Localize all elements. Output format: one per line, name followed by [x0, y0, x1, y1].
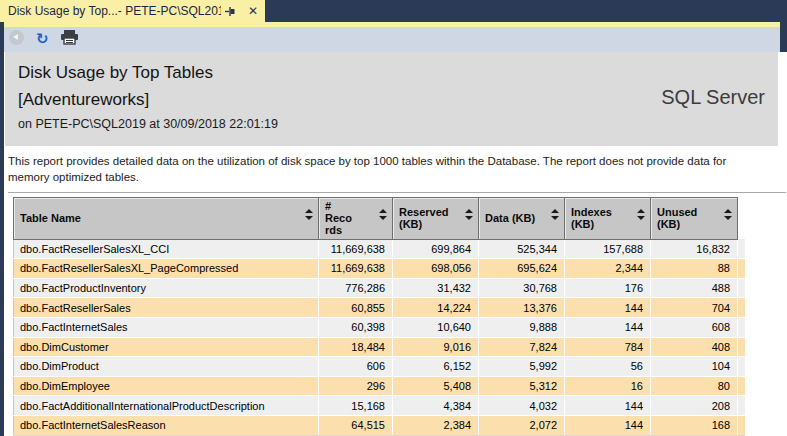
cell-data-kb: 2,072 — [479, 415, 565, 435]
cell-indexes-kb: 144 — [565, 317, 651, 337]
column-header-records[interactable]: # Records — [319, 197, 393, 239]
column-header-indexes-kb[interactable]: Indexes (KB) — [565, 197, 651, 239]
column-label: Unused (KB) — [657, 206, 733, 231]
cell-unused-kb: 408 — [651, 337, 738, 357]
cell-data-kb: 7,824 — [479, 337, 565, 357]
print-button[interactable] — [61, 30, 78, 49]
back-button[interactable] — [9, 30, 24, 49]
table-row: dbo.FactResellerSalesXL_PageCompressed11… — [14, 259, 745, 279]
column-label: Indexes (KB) — [571, 206, 646, 231]
back-arrow-icon — [9, 30, 24, 45]
cell-reserved-kb: 31,432 — [393, 278, 479, 298]
disk-usage-table: Table Name# RecordsReserved (KB)Data (KB… — [13, 197, 745, 436]
cell-indexes-kb: 144 — [565, 396, 651, 416]
refresh-icon: ↻ — [36, 30, 49, 48]
cell-records: 11,669,638 — [319, 239, 393, 259]
sort-arrows-icon[interactable] — [379, 209, 387, 220]
cell-records: 60,855 — [319, 298, 393, 318]
cell-unused-kb: 168 — [651, 415, 738, 435]
row-filler — [738, 298, 745, 318]
column-label: # Records — [325, 200, 367, 237]
cell-data-kb: 5,992 — [479, 357, 565, 377]
column-label: Data (KB) — [485, 212, 547, 224]
cell-reserved-kb: 2,384 — [393, 415, 479, 435]
cell-records: 296 — [319, 376, 393, 396]
separator-line — [8, 192, 786, 193]
cell-unused-kb: 16,832 — [651, 239, 738, 259]
cell-reserved-kb: 6,152 — [393, 357, 479, 377]
cell-unused-kb: 208 — [651, 396, 738, 416]
row-filler — [738, 259, 745, 279]
row-filler — [738, 376, 745, 396]
cell-reserved-kb: 10,640 — [393, 317, 479, 337]
close-icon[interactable]: ✕ — [248, 4, 258, 18]
cell-reserved-kb: 699,864 — [393, 239, 479, 259]
sort-arrows-icon[interactable] — [724, 209, 732, 220]
cell-indexes-kb: 16 — [565, 376, 651, 396]
header-filler — [738, 197, 745, 239]
sort-arrows-icon[interactable] — [637, 209, 645, 220]
cell-indexes-kb: 176 — [565, 278, 651, 298]
column-header-reserved-kb[interactable]: Reserved (KB) — [393, 197, 479, 239]
cell-table-name: dbo.FactInternetSales — [14, 317, 319, 337]
row-filler — [738, 415, 745, 435]
document-tab-bar: Disk Usage by Top...- PETE-PC\SQL2019 ✕ — [0, 0, 787, 22]
cell-records: 776,286 — [319, 278, 393, 298]
cell-table-name: dbo.DimProduct — [14, 357, 319, 377]
cell-table-name: dbo.DimCustomer — [14, 337, 319, 357]
printer-icon — [61, 30, 78, 45]
cell-unused-kb: 608 — [651, 317, 738, 337]
cell-data-kb: 5,312 — [479, 376, 565, 396]
cell-unused-kb: 104 — [651, 357, 738, 377]
document-tab[interactable]: Disk Usage by Top...- PETE-PC\SQL2019 ✕ — [0, 0, 265, 22]
sort-arrows-icon[interactable] — [551, 209, 559, 220]
table-row: dbo.FactResellerSales60,85514,22413,3761… — [14, 298, 745, 318]
table-row: dbo.DimEmployee2965,4085,3121680 — [14, 376, 745, 396]
table-row: dbo.FactInternetSales60,39810,6409,88814… — [14, 317, 745, 337]
column-header-data-kb[interactable]: Data (KB) — [479, 197, 565, 239]
cell-table-name: dbo.FactInternetSalesReason — [14, 415, 319, 435]
table-body: dbo.FactResellerSalesXL_CCI11,669,638699… — [14, 239, 745, 435]
table-row: dbo.FactProductInventory776,28631,43230,… — [14, 278, 745, 298]
report-header-banner: Disk Usage by Top Tables [Adventureworks… — [5, 52, 778, 146]
sort-arrows-icon[interactable] — [305, 209, 313, 220]
pin-icon[interactable] — [225, 6, 236, 17]
row-filler — [738, 357, 745, 377]
cell-data-kb: 9,888 — [479, 317, 565, 337]
cell-table-name: dbo.FactResellerSalesXL_CCI — [14, 239, 319, 259]
cell-records: 11,669,638 — [319, 259, 393, 279]
cell-unused-kb: 80 — [651, 376, 738, 396]
cell-reserved-kb: 4,384 — [393, 396, 479, 416]
column-header-unused-kb[interactable]: Unused (KB) — [651, 197, 738, 239]
cell-indexes-kb: 144 — [565, 298, 651, 318]
ssms-report-window: Disk Usage by Top...- PETE-PC\SQL2019 ✕ … — [0, 0, 787, 436]
cell-indexes-kb: 784 — [565, 337, 651, 357]
cell-unused-kb: 488 — [651, 278, 738, 298]
cell-reserved-kb: 9,016 — [393, 337, 479, 357]
cell-indexes-kb: 56 — [565, 357, 651, 377]
row-filler — [738, 337, 745, 357]
column-header-table-name[interactable]: Table Name — [14, 197, 319, 239]
cell-reserved-kb: 14,224 — [393, 298, 479, 318]
report-title: Disk Usage by Top Tables — [18, 59, 778, 86]
table-row: dbo.FactInternetSalesReason64,5152,3842,… — [14, 415, 745, 435]
report-description: This report provides detailed data on th… — [8, 153, 760, 186]
sql-server-logo-text: SQL Server — [661, 86, 765, 109]
cell-records: 60,398 — [319, 317, 393, 337]
cell-table-name: dbo.FactAdditionalInternationalProductDe… — [14, 396, 319, 416]
cell-data-kb: 4,032 — [479, 396, 565, 416]
table-header: Table Name# RecordsReserved (KB)Data (KB… — [14, 197, 745, 239]
cell-records: 64,515 — [319, 415, 393, 435]
column-label: Table Name — [20, 212, 93, 224]
tab-title: Disk Usage by Top...- PETE-PC\SQL2019 — [8, 4, 221, 18]
sort-arrows-icon[interactable] — [465, 209, 473, 220]
report-subtitle: on PETE-PC\SQL2019 at 30/09/2018 22:01:1… — [18, 117, 778, 131]
row-filler — [738, 396, 745, 416]
window-right-border — [780, 22, 787, 52]
row-filler — [738, 239, 745, 259]
cell-data-kb: 30,768 — [479, 278, 565, 298]
report-toolbar: ↻ — [0, 27, 787, 52]
window-left-border — [0, 22, 4, 436]
refresh-button[interactable]: ↻ — [36, 32, 49, 47]
cell-records: 15,168 — [319, 396, 393, 416]
